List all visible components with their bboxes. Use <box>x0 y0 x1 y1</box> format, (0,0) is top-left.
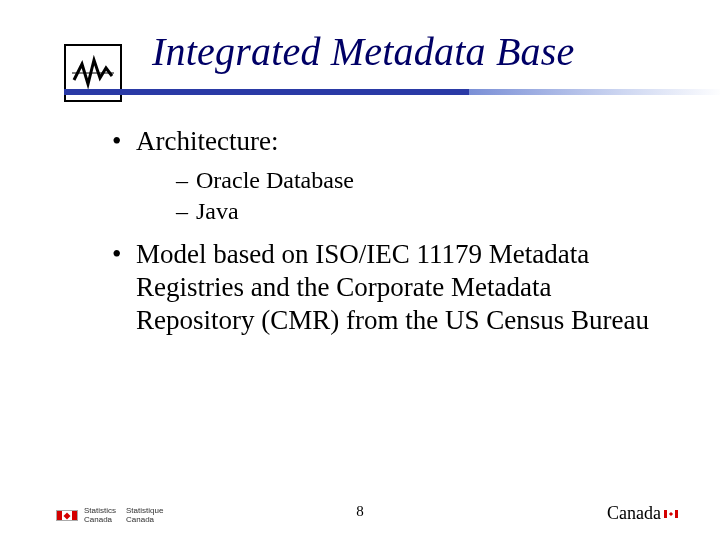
slide: Integrated Metadata Base Architecture: O… <box>0 0 720 540</box>
bullet-level2: Oracle Database <box>176 166 658 195</box>
bullet-text: Java <box>196 198 239 224</box>
canada-wordmark: Canada <box>607 503 678 524</box>
wordmark-text: Canada <box>607 503 661 524</box>
bullet-text: Architecture: <box>136 126 278 156</box>
bullet-text: Oracle Database <box>196 167 354 193</box>
slide-footer: Statistics Canada Statistique Canada 8 C… <box>0 496 720 526</box>
slide-title: Integrated Metadata Base <box>152 28 680 75</box>
bullet-level1: Model based on ISO/IEC 11179 Metadata Re… <box>112 238 658 337</box>
canada-flag-icon <box>664 510 678 518</box>
slide-body: Architecture: Oracle Database Java Model… <box>0 95 720 337</box>
bullet-level2: Java <box>176 197 658 226</box>
bullet-level1: Architecture: Oracle Database Java <box>112 125 658 226</box>
title-underline <box>64 89 680 95</box>
slide-header: Integrated Metadata Base <box>0 0 720 95</box>
bullet-text: Model based on ISO/IEC 11179 Metadata Re… <box>136 239 649 335</box>
